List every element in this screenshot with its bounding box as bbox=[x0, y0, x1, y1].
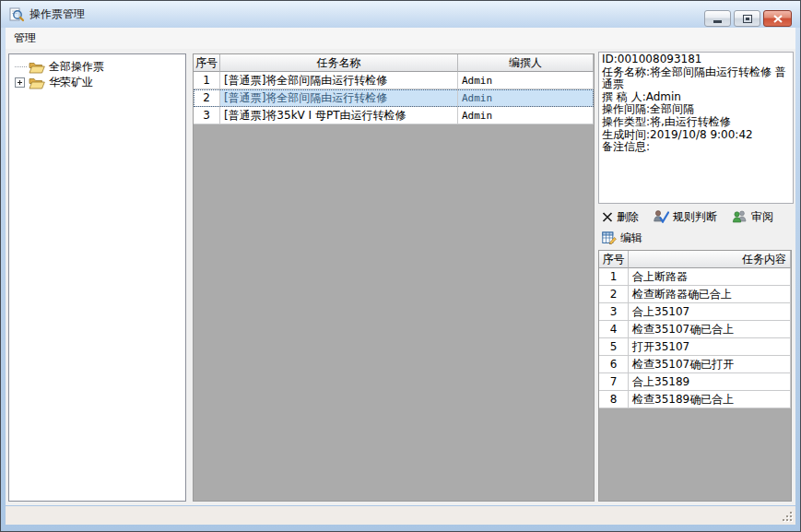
detail-created-time: 生成时间:2019/10/8 9:00:42 bbox=[602, 129, 790, 142]
delete-button[interactable]: 删除 bbox=[600, 208, 641, 226]
step-row[interactable]: 4 检查35107确已合上 bbox=[599, 321, 791, 338]
cell-no: 2 bbox=[194, 89, 220, 107]
cell-task-name: [普通票]将35kV Ⅰ 母PT由运行转检修 bbox=[220, 107, 458, 124]
tree-item-label: 华荣矿业 bbox=[49, 75, 93, 90]
cell-step-content: 合上35189 bbox=[629, 373, 791, 391]
steps-table: 序号 任务内容 1 合上断路器 2 检查断路器确已合上 3 合上35107 4 … bbox=[598, 250, 792, 502]
cell-step-no: 2 bbox=[599, 286, 629, 303]
detail-task-name: 任务名称:将全部间隔由运行转检修 普通票 bbox=[602, 66, 790, 91]
cell-step-content: 检查35189确已合上 bbox=[629, 391, 791, 408]
detail-op-type: 操作类型:将,由运行转检修 bbox=[602, 116, 790, 129]
step-row[interactable]: 6 检查35107确已打开 bbox=[599, 356, 791, 373]
review-button[interactable]: 审阅 bbox=[730, 208, 775, 226]
step-row[interactable]: 5 打开35107 bbox=[599, 338, 791, 356]
status-bar bbox=[6, 506, 795, 525]
review-people-icon bbox=[732, 210, 748, 223]
cell-step-content: 打开35107 bbox=[629, 338, 791, 356]
rule-check-button[interactable]: 规则判断 bbox=[652, 208, 719, 226]
menu-item-manage[interactable]: 管理 bbox=[6, 28, 44, 49]
column-header-task-name[interactable]: 任务名称 bbox=[220, 54, 458, 72]
maximize-button[interactable] bbox=[734, 10, 760, 27]
cell-step-no: 7 bbox=[599, 373, 629, 391]
column-header-step-content[interactable]: 任务内容 bbox=[629, 251, 791, 268]
cell-step-no: 6 bbox=[599, 356, 629, 373]
cell-step-content: 合上35107 bbox=[629, 303, 791, 321]
delete-x-icon bbox=[602, 212, 613, 222]
detail-id: ID:001008093181 bbox=[602, 53, 790, 66]
cell-author: Admin bbox=[458, 89, 594, 107]
tree-item-huarong-mine[interactable]: 华荣矿业 bbox=[9, 75, 185, 90]
window-controls bbox=[704, 10, 792, 27]
step-row[interactable]: 3 合上35107 bbox=[599, 303, 791, 321]
tree-connector bbox=[15, 59, 27, 67]
tree-item-label: 全部操作票 bbox=[49, 59, 104, 75]
rule-check-person-icon bbox=[654, 210, 669, 223]
step-row[interactable]: 8 检查35189确已合上 bbox=[599, 391, 791, 408]
cell-step-content: 检查35107确已合上 bbox=[629, 321, 791, 338]
column-header-author[interactable]: 编撰人 bbox=[458, 54, 594, 72]
detail-interval: 操作间隔:全部间隔 bbox=[602, 103, 790, 116]
edit-label: 编辑 bbox=[620, 231, 642, 246]
menubar: 管理 bbox=[6, 28, 795, 49]
cell-author: Admin bbox=[458, 107, 594, 124]
cell-task-name: [普通票]将全部间隔由运行转检修 bbox=[220, 89, 458, 107]
step-row[interactable]: 2 检查断路器确已合上 bbox=[599, 286, 791, 303]
step-row[interactable]: 7 合上35189 bbox=[599, 373, 791, 391]
ticket-details-box: ID:001008093181 任务名称:将全部间隔由运行转检修 普通票 撰 稿… bbox=[598, 52, 794, 204]
cell-step-no: 8 bbox=[599, 391, 629, 408]
table-row[interactable]: 1 [普通票]将全部间隔由运行转检修 Admin bbox=[194, 72, 594, 89]
tickets-table: 序号 任务名称 编撰人 1 [普通票]将全部间隔由运行转检修 Admin 2 [… bbox=[193, 53, 595, 502]
cell-no: 3 bbox=[194, 107, 220, 124]
ticket-actions-toolbar: 删除 规则判断 审阅 bbox=[600, 207, 775, 226]
detail-remark: 备注信息: bbox=[602, 141, 790, 154]
cell-task-name: [普通票]将全部间隔由运行转检修 bbox=[220, 72, 458, 89]
operation-ticket-manager-window: 操作票管理 管理 全部操作票 bbox=[0, 0, 801, 532]
delete-label: 删除 bbox=[617, 209, 639, 225]
close-button[interactable] bbox=[763, 10, 792, 27]
edit-toolbar: 编辑 bbox=[600, 229, 644, 247]
app-magnifier-document-icon bbox=[9, 7, 24, 22]
cell-step-no: 5 bbox=[599, 338, 629, 356]
review-label: 审阅 bbox=[751, 209, 773, 225]
rule-check-label: 规则判断 bbox=[673, 209, 717, 225]
folder-open-icon bbox=[29, 61, 45, 74]
minimize-icon bbox=[713, 20, 722, 23]
cell-step-content: 检查35107确已打开 bbox=[629, 356, 791, 373]
cell-step-no: 1 bbox=[599, 268, 629, 286]
column-header-step-no[interactable]: 序号 bbox=[599, 251, 629, 268]
cell-step-no: 3 bbox=[599, 303, 629, 321]
cell-step-content: 检查断路器确已合上 bbox=[629, 286, 791, 303]
cell-step-content: 合上断路器 bbox=[629, 268, 791, 286]
client-area: 全部操作票 华荣矿业 序号 任务名称 编撰人 1 [普通票]将全部间隔由运行转检… bbox=[6, 49, 795, 505]
tickets-table-header: 序号 任务名称 编撰人 bbox=[194, 54, 594, 72]
cell-step-no: 4 bbox=[599, 321, 629, 338]
close-icon bbox=[773, 15, 783, 23]
tree-expand-plus-icon[interactable] bbox=[15, 77, 25, 88]
ticket-group-tree: 全部操作票 华荣矿业 bbox=[8, 53, 186, 502]
tree-item-all-tickets[interactable]: 全部操作票 bbox=[9, 59, 185, 75]
edit-table-pencil-icon bbox=[602, 231, 617, 244]
steps-table-header: 序号 任务内容 bbox=[599, 251, 791, 268]
minimize-button[interactable] bbox=[704, 10, 731, 27]
window-title: 操作票管理 bbox=[29, 6, 85, 22]
table-row[interactable]: 3 [普通票]将35kV Ⅰ 母PT由运行转检修 Admin bbox=[194, 107, 594, 124]
maximize-icon bbox=[743, 15, 752, 23]
table-row-selected[interactable]: 2 [普通票]将全部间隔由运行转检修 Admin bbox=[194, 89, 594, 107]
column-header-no[interactable]: 序号 bbox=[194, 54, 220, 72]
cell-no: 1 bbox=[194, 72, 220, 89]
cell-author: Admin bbox=[458, 72, 594, 89]
edit-button[interactable]: 编辑 bbox=[600, 230, 644, 247]
titlebar: 操作票管理 bbox=[1, 1, 800, 28]
step-row[interactable]: 1 合上断路器 bbox=[599, 268, 791, 286]
resize-grip-icon[interactable] bbox=[782, 511, 793, 522]
folder-open-icon bbox=[29, 77, 45, 89]
detail-author: 撰 稿 人:Admin bbox=[602, 91, 790, 104]
